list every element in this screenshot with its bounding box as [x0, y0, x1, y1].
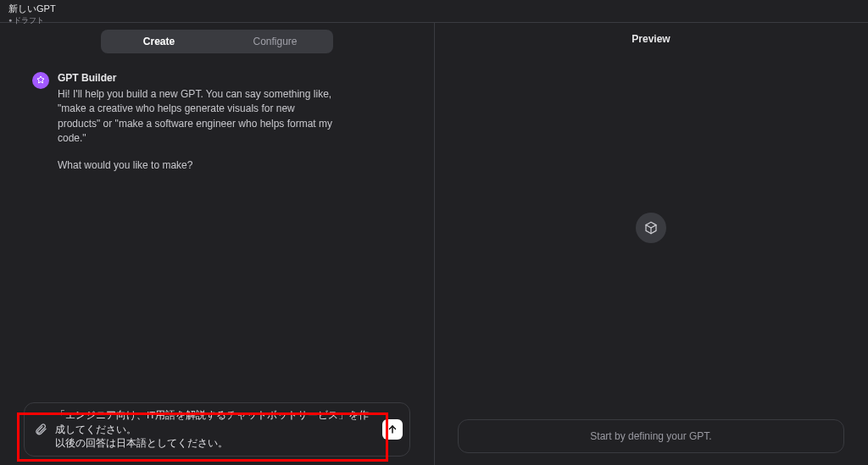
- chat-input-area: 「エンジニア向け、IT用語を解説するチャットボットサービス」を作成してください。…: [0, 394, 434, 465]
- chat-input-text[interactable]: 「エンジニア向け、IT用語を解説するチャットボットサービス」を作成してください。…: [55, 408, 376, 451]
- mode-tabs: Create Configure: [101, 30, 333, 53]
- builder-message: GPT Builder Hi! I'll help you build a ne…: [32, 72, 409, 185]
- builder-avatar: [32, 72, 49, 89]
- preview-title: Preview: [434, 23, 868, 45]
- preview-panel: Preview Start by defining your GPT.: [434, 23, 868, 465]
- attach-icon[interactable]: [33, 422, 48, 437]
- builder-intro: Hi! I'll help you build a new GPT. You c…: [58, 87, 337, 147]
- preview-body: [434, 45, 868, 411]
- builder-name: GPT Builder: [58, 72, 409, 84]
- preview-input: Start by defining your GPT.: [458, 419, 844, 453]
- chat-input[interactable]: 「エンジニア向け、IT用語を解説するチャットボットサービス」を作成してください。…: [24, 402, 410, 457]
- preview-placeholder: Start by defining your GPT.: [590, 430, 711, 442]
- builder-text: Hi! I'll help you build a new GPT. You c…: [58, 87, 337, 173]
- create-panel: Create Configure GPT Builder Hi! I'll he…: [0, 23, 434, 465]
- window-header: 新しいGPT ドラフト: [0, 0, 868, 22]
- tab-create[interactable]: Create: [101, 30, 217, 53]
- preview-input-area: Start by defining your GPT.: [434, 411, 868, 465]
- conversation: GPT Builder Hi! I'll help you build a ne…: [0, 53, 434, 394]
- builder-question: What would you like to make?: [58, 158, 337, 173]
- gpt-title: 新しいGPT: [8, 3, 860, 15]
- send-button[interactable]: [382, 419, 403, 440]
- cube-icon: [636, 213, 666, 243]
- tab-configure[interactable]: Configure: [217, 30, 333, 53]
